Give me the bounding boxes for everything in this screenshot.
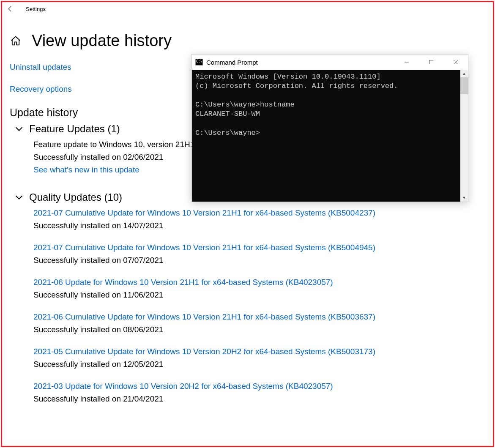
command-prompt-window[interactable]: Command Prompt Microsoft Windows [Versio… [191,54,468,202]
scroll-up-arrow-icon[interactable]: ▲ [460,70,468,77]
page-header: View update history [10,32,493,50]
quality-update-item: 2021-07 Cumulative Update for Windows 10… [33,208,493,230]
maximize-button[interactable] [419,55,443,70]
quality-update-status: Successfully installed on 14/07/2021 [33,221,493,230]
quality-update-link[interactable]: 2021-05 Cumulative Update for Windows 10… [33,347,493,356]
home-icon[interactable] [10,35,22,47]
quality-update-link[interactable]: 2021-07 Cumulative Update for Windows 10… [33,208,493,218]
chevron-down-icon [15,193,23,202]
cmd-title: Command Prompt [206,59,394,66]
scroll-thumb[interactable] [460,77,468,94]
quality-update-status: Successfully installed on 11/06/2021 [33,290,493,300]
quality-update-item: 2021-06 Cumulative Update for Windows 10… [33,312,493,334]
cmd-body: Microsoft Windows [Version 10.0.19043.11… [192,70,468,202]
chevron-down-icon [15,125,23,133]
cmd-scrollbar[interactable]: ▲ ▼ [460,70,468,202]
quality-update-link[interactable]: 2021-06 Update for Windows 10 Version 21… [33,278,493,287]
quality-update-item: 2021-06 Update for Windows 10 Version 21… [33,278,493,300]
quality-updates-title: Quality Updates (10) [29,191,122,203]
minimize-button[interactable] [394,55,419,70]
quality-update-status: Successfully installed on 12/05/2021 [33,360,493,369]
svg-rect-1 [429,60,433,64]
quality-update-item: 2021-07 Cumulative Update for Windows 10… [33,243,493,265]
quality-update-link[interactable]: 2021-03 Update for Windows 10 Version 20… [33,382,493,391]
cmd-titlebar[interactable]: Command Prompt [192,55,468,70]
scroll-track[interactable] [460,94,468,194]
close-button[interactable] [443,55,468,70]
cmd-output[interactable]: Microsoft Windows [Version 10.0.19043.11… [192,70,460,202]
quality-update-item: 2021-03 Update for Windows 10 Version 20… [33,382,493,404]
app-title: Settings [26,6,46,12]
feature-updates-title: Feature Updates (1) [29,123,120,135]
scroll-down-arrow-icon[interactable]: ▼ [460,194,468,202]
titlebar: Settings [2,2,493,16]
quality-update-item: 2021-05 Cumulative Update for Windows 10… [33,347,493,369]
quality-update-status: Successfully installed on 08/06/2021 [33,325,493,334]
quality-update-link[interactable]: 2021-07 Cumulative Update for Windows 10… [33,243,493,252]
quality-update-status: Successfully installed on 21/04/2021 [33,394,493,404]
cmd-window-controls [394,55,468,70]
cmd-app-icon [195,59,203,66]
quality-update-link[interactable]: 2021-06 Cumulative Update for Windows 10… [33,312,493,322]
page-title: View update history [32,32,172,50]
quality-update-status: Successfully installed on 07/07/2021 [33,256,493,265]
back-button[interactable] [6,5,14,13]
